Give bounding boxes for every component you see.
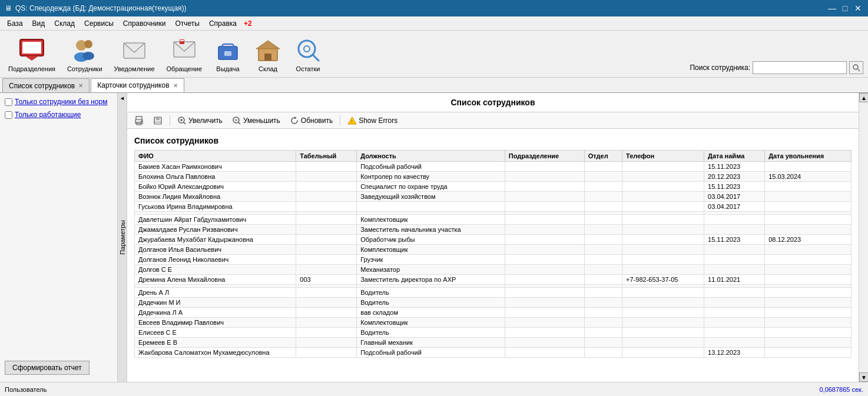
print-icon: [134, 116, 144, 125]
zoom-in-button[interactable]: Увеличить: [175, 115, 225, 127]
cell-otdel: [584, 235, 622, 245]
table-row[interactable]: Вознюк Лидия МихайловнаЗаведующий хозяйс…: [135, 192, 852, 202]
toolbar-sotrudniki[interactable]: Сотрудники: [64, 34, 106, 75]
menu-spravochniki[interactable]: Справочники: [118, 18, 171, 29]
checkbox-tolko-rabotayushchie[interactable]: Только работающие: [5, 111, 112, 119]
tab-spisok-sotrudnikov[interactable]: Список сотрудников ✕: [2, 78, 90, 92]
table-row[interactable]: Блохина Ольга ПавловнаКонтролер по качес…: [135, 172, 852, 182]
cell-tel: [622, 215, 704, 225]
col-fio: ФИО: [135, 151, 296, 162]
checkbox-bez-norm-input[interactable]: [5, 98, 12, 106]
table-row[interactable]: Дрень А ЛВодитель: [135, 288, 852, 298]
cell-dataUvoln: [765, 202, 852, 212]
toolbar-sklad[interactable]: Склад: [250, 34, 286, 75]
toolbar-vydacha[interactable]: Выдача: [210, 34, 246, 75]
toolbar-ostatki[interactable]: Остатки: [290, 34, 326, 75]
cell-podrazd: [505, 245, 584, 255]
search-button[interactable]: [849, 61, 863, 74]
col-data-uvoln: Дата увольнения: [765, 151, 852, 162]
refresh-button[interactable]: Обновить: [287, 115, 335, 127]
table-row[interactable]: Еремеев Е ВГлавный механик: [135, 338, 852, 348]
cell-dataUvoln: [765, 288, 852, 298]
cell-fio: Вознюк Лидия Михайловна: [135, 192, 296, 202]
cell-dataNaima: [704, 288, 765, 298]
toolbar-podrazdeleniya[interactable]: Подразделения: [5, 34, 59, 75]
table-wrapper[interactable]: Список сотрудников ФИО Табельный Должнос…: [127, 129, 859, 382]
menu-servisy[interactable]: Сервисы: [79, 18, 118, 29]
table-title: Список сотрудников: [134, 136, 852, 145]
menu-spravka[interactable]: Справка: [204, 18, 241, 29]
table-row[interactable]: Евсеев Владимир ПавловичКомплектовщик: [135, 318, 852, 328]
table-row[interactable]: Елисеев С ЕВодитель: [135, 328, 852, 338]
scroll-down-button[interactable]: ▼: [859, 372, 868, 382]
table-row[interactable]: Давлетшин Айрат ГабдулхамитовичКомплекто…: [135, 215, 852, 225]
report-button[interactable]: Сформировать отчет: [5, 361, 90, 375]
table-row[interactable]: Гуськова Ирина Владимировна03.04.2017: [135, 202, 852, 212]
table-row[interactable]: Долгов С ЕМеханизатор: [135, 265, 852, 275]
menu-otchety[interactable]: Отчеты: [170, 18, 204, 29]
cell-podrazd: [505, 338, 584, 348]
table-row[interactable]: Жакбарова Саломатхон МухамедюсуловнаПодс…: [135, 348, 852, 358]
table-row[interactable]: Долганов Илья ВасильевичКомплектовщик: [135, 245, 852, 255]
tab-kartochki-sotrudnikov[interactable]: Карточки сотрудников ✕: [91, 78, 184, 92]
table-row[interactable]: Дядечкин М ИВодитель: [135, 298, 852, 308]
toolbar-uvedomlenie[interactable]: Уведомление: [111, 34, 158, 75]
cell-podrazd: [505, 265, 584, 275]
menu-vid[interactable]: Вид: [28, 18, 50, 29]
right-scrollbar[interactable]: ▲ ▼: [859, 93, 868, 382]
cell-tel: [622, 162, 704, 172]
scroll-up-button[interactable]: ▲: [859, 93, 868, 102]
page-title: Список сотрудников: [127, 93, 859, 112]
cell-tel: [622, 348, 704, 358]
table-row[interactable]: Долганов Леонид НиколаевичГрузчик: [135, 255, 852, 265]
obrashchenie-icon: [170, 36, 198, 64]
svg-marker-36: [294, 117, 297, 119]
cell-tabel: [296, 225, 357, 235]
col-dolzhnost: Должность: [357, 151, 505, 162]
show-errors-button[interactable]: ! Show Errors: [345, 115, 400, 127]
content-area: Список сотрудников: [127, 93, 859, 382]
search-input[interactable]: [753, 61, 847, 74]
cell-tabel: [296, 338, 357, 348]
table-row[interactable]: Дремина Алена Михайловна003Заместитель д…: [135, 275, 852, 285]
refresh-icon: [290, 116, 299, 125]
minimize-button[interactable]: —: [827, 3, 837, 14]
checkbox-tolko-rabotayushchie-input[interactable]: [5, 111, 12, 119]
action-bar: Увеличить Уменьшить Обновить: [127, 112, 859, 129]
checkbox-bez-norm[interactable]: Только сотрудники без норм: [5, 98, 112, 106]
params-tab[interactable]: Параметры ◄: [118, 93, 127, 382]
cell-fio: Еремеев Е В: [135, 338, 296, 348]
table-row[interactable]: Бойко Юрий АлександровичСпециалист по ох…: [135, 182, 852, 192]
cell-dataUvoln: [765, 225, 852, 235]
cell-podrazd: [505, 308, 584, 318]
table-row[interactable]: Бакиев Хасан РаимхоновичПодсобный рабочи…: [135, 162, 852, 172]
table-row[interactable]: Дядечкина Л Авав складом: [135, 308, 852, 318]
toolbar-vydacha-label: Выдача: [216, 65, 239, 72]
table-row[interactable]: Джурабаева Мухаббат КадыржановнаОбработч…: [135, 235, 852, 245]
maximize-button[interactable]: □: [840, 3, 850, 14]
cell-dolzhnost: Контролер по качеству: [357, 172, 505, 182]
title-bar-label: QS: Спецодежда (БД: Демонстрационная(тек…: [15, 4, 187, 12]
cell-fio: Джамалдаев Руслан Ризванович: [135, 225, 296, 235]
cell-dolzhnost: Заведующий хозяйством: [357, 192, 505, 202]
cell-fio: Бойко Юрий Александрович: [135, 182, 296, 192]
cell-tabel: [296, 348, 357, 358]
menu-sklad[interactable]: Склад: [49, 18, 79, 29]
cell-otdel: [584, 162, 622, 172]
params-tab-label: Параметры: [119, 220, 126, 255]
cell-podrazd: [505, 318, 584, 328]
cell-fio: Блохина Ольга Павловна: [135, 172, 296, 182]
tab-spisok-close[interactable]: ✕: [78, 82, 83, 89]
cell-fio: Долгов С Е: [135, 265, 296, 275]
close-button[interactable]: ✕: [853, 3, 863, 14]
save-button[interactable]: [151, 115, 165, 127]
menu-baza[interactable]: База: [2, 18, 28, 29]
print-button[interactable]: [132, 115, 146, 127]
tab-kartochki-close[interactable]: ✕: [173, 82, 178, 89]
cell-tabel: [296, 255, 357, 265]
toolbar-podrazdeleniya-label: Подразделения: [8, 65, 55, 72]
cell-tel: [622, 255, 704, 265]
toolbar-obrashchenie[interactable]: Обращение: [163, 34, 206, 75]
zoom-out-button[interactable]: Уменьшить: [230, 115, 283, 127]
table-row[interactable]: Джамалдаев Руслан РизвановичЗаместитель …: [135, 225, 852, 235]
